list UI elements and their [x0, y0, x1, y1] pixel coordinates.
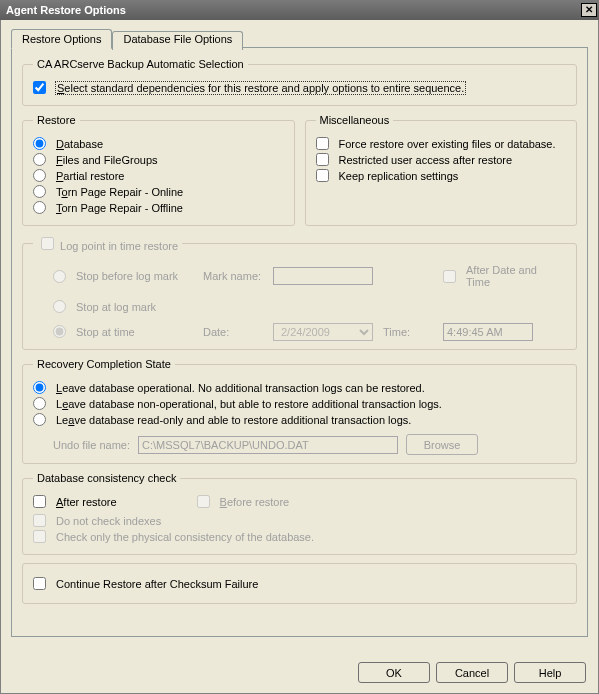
radio-torn-offline[interactable] [33, 201, 46, 214]
ok-button[interactable]: OK [358, 662, 430, 683]
checkbox-dbcc-after[interactable] [33, 495, 46, 508]
label-dbcc-after: After restore [56, 496, 117, 508]
label-recovery-nonoperational: Leave database non-operational, but able… [56, 398, 442, 410]
browse-button: Browse [406, 434, 478, 455]
label-stop-at-log: Stop at log mark [76, 301, 156, 313]
fieldset-recovery-completion: Recovery Completion State Leave database… [22, 358, 577, 464]
legend-miscellaneous: Miscellaneous [316, 114, 394, 126]
radio-recovery-operational[interactable] [33, 381, 46, 394]
label-auto-selection: Select standard dependencies for this re… [56, 82, 465, 94]
input-undo-file [138, 436, 398, 454]
checkbox-dbcc-physonly [33, 530, 46, 543]
label-recovery-readonly: Leave database read-only and able to res… [56, 414, 411, 426]
label-recovery-operational: Leave database operational. No additiona… [56, 382, 425, 394]
radio-database[interactable] [33, 137, 46, 150]
checkbox-keep-replication[interactable] [316, 169, 329, 182]
input-time [443, 323, 533, 341]
checkbox-log-point-enable [41, 237, 54, 250]
checkbox-restricted-access[interactable] [316, 153, 329, 166]
help-button[interactable]: Help [514, 662, 586, 683]
label-stop-before: Stop before log mark [76, 270, 178, 282]
checkbox-dbcc-noindex [33, 514, 46, 527]
label-dbcc-before: Before restore [220, 496, 290, 508]
tab-strip: Restore Options Database File Options [11, 29, 588, 48]
dialog-button-row: OK Cancel Help [358, 662, 586, 683]
tab-restore-options[interactable]: Restore Options [11, 29, 112, 49]
label-restricted-access: Restricted user access after restore [339, 154, 513, 166]
label-keep-replication: Keep replication settings [339, 170, 459, 182]
legend-dbcc: Database consistency check [33, 472, 180, 484]
checkbox-force-restore[interactable] [316, 137, 329, 150]
label-torn-offline: Torn Page Repair - Offline [56, 202, 183, 214]
label-after-date-time: After Date and Time [466, 264, 543, 288]
radio-stop-before [53, 270, 66, 283]
radio-files-filegroups[interactable] [33, 153, 46, 166]
close-icon[interactable]: ✕ [581, 3, 597, 17]
fieldset-dbcc: Database consistency check After restore… [22, 472, 577, 555]
label-date: Date: [203, 326, 273, 338]
tab-panel-restore-options: CA ARCserve Backup Automatic Selection S… [11, 47, 588, 637]
title-bar: Agent Restore Options ✕ [0, 0, 599, 20]
label-torn-online: Torn Page Repair - Online [56, 186, 183, 198]
checkbox-continue-after-checksum[interactable] [33, 577, 46, 590]
label-undo-file: Undo file name: [53, 439, 130, 451]
legend-log-point: Log point in time restore [33, 234, 182, 253]
select-date: 2/24/2009 [273, 323, 373, 341]
radio-partial[interactable] [33, 169, 46, 182]
label-partial: Partial restore [56, 170, 124, 182]
radio-stop-at-time [53, 325, 66, 338]
checkbox-after-date-time [443, 270, 456, 283]
window-title: Agent Restore Options [6, 0, 126, 20]
label-continue-after-checksum: Continue Restore after Checksum Failure [56, 578, 258, 590]
fieldset-log-point: Log point in time restore Stop before lo… [22, 234, 577, 350]
checkbox-dbcc-before [197, 495, 210, 508]
label-time: Time: [383, 326, 443, 338]
label-stop-at-time: Stop at time [76, 326, 135, 338]
window-body: Restore Options Database File Options CA… [0, 20, 599, 694]
legend-recovery-completion: Recovery Completion State [33, 358, 175, 370]
fieldset-restore: Restore Database Files and FileGroups Pa… [22, 114, 295, 226]
label-mark-name: Mark name: [203, 270, 273, 282]
fieldset-miscellaneous: Miscellaneous Force restore over existin… [305, 114, 578, 226]
label-force-restore: Force restore over existing files or dat… [339, 138, 556, 150]
label-files-filegroups: Files and FileGroups [56, 154, 158, 166]
label-database: Database [56, 138, 103, 150]
legend-auto-selection: CA ARCserve Backup Automatic Selection [33, 58, 248, 70]
input-mark-name [273, 267, 373, 285]
cancel-button[interactable]: Cancel [436, 662, 508, 683]
label-dbcc-physonly: Check only the physical consistency of t… [56, 531, 314, 543]
legend-restore: Restore [33, 114, 80, 126]
tab-database-file-options[interactable]: Database File Options [112, 31, 243, 50]
fieldset-auto-selection: CA ARCserve Backup Automatic Selection S… [22, 58, 577, 106]
radio-recovery-readonly[interactable] [33, 413, 46, 426]
checkbox-auto-selection[interactable] [33, 81, 46, 94]
label-dbcc-noindex: Do not check indexes [56, 515, 161, 527]
radio-torn-online[interactable] [33, 185, 46, 198]
radio-stop-at-log [53, 300, 66, 313]
radio-recovery-nonoperational[interactable] [33, 397, 46, 410]
fieldset-continue: Continue Restore after Checksum Failure [22, 563, 577, 604]
